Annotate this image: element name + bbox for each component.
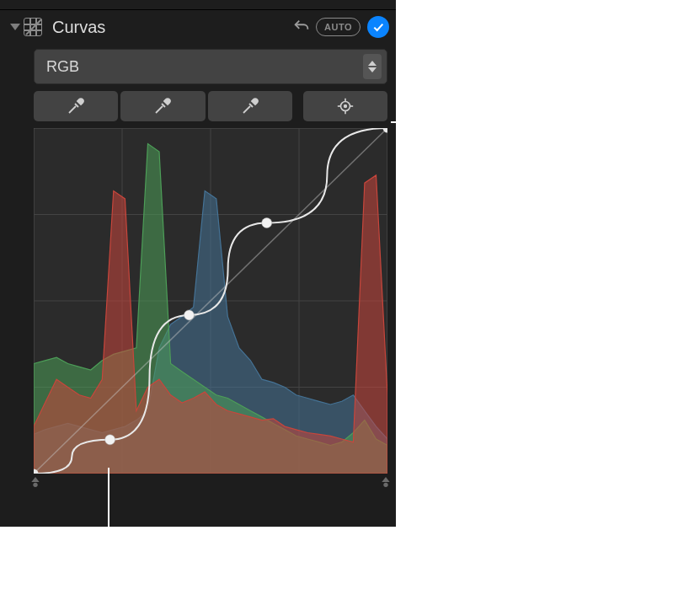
curves-icon	[24, 18, 42, 36]
white-clip-handle[interactable]	[379, 475, 393, 489]
blackpoint-eyedropper-button[interactable]	[34, 91, 118, 121]
svg-point-15	[105, 435, 115, 445]
undo-icon[interactable]	[292, 18, 311, 36]
black-clip-handle[interactable]	[29, 475, 42, 489]
channel-select-value: RGB	[46, 58, 363, 76]
auto-button[interactable]: AUTO	[316, 18, 361, 36]
svg-point-17	[262, 218, 272, 228]
callout-line	[108, 468, 109, 574]
svg-point-5	[345, 105, 347, 108]
channel-select[interactable]: RGB	[34, 49, 387, 84]
svg-point-19	[33, 483, 37, 487]
graypoint-eyedropper-button[interactable]	[120, 91, 205, 121]
add-point-target-button[interactable]	[303, 91, 387, 121]
curves-header: Curvas AUTO	[0, 10, 396, 44]
svg-point-20	[383, 483, 387, 487]
curves-chart[interactable]	[34, 128, 387, 474]
select-stepper-icon	[363, 54, 382, 79]
panel-title: Curvas	[52, 18, 292, 37]
svg-point-16	[184, 310, 194, 320]
enabled-checkmark[interactable]	[367, 16, 389, 38]
whitepoint-eyedropper-button[interactable]	[208, 91, 292, 121]
disclosure-triangle-icon[interactable]	[10, 24, 20, 30]
callout-line	[391, 121, 445, 123]
eyedropper-toolbar	[34, 91, 387, 121]
